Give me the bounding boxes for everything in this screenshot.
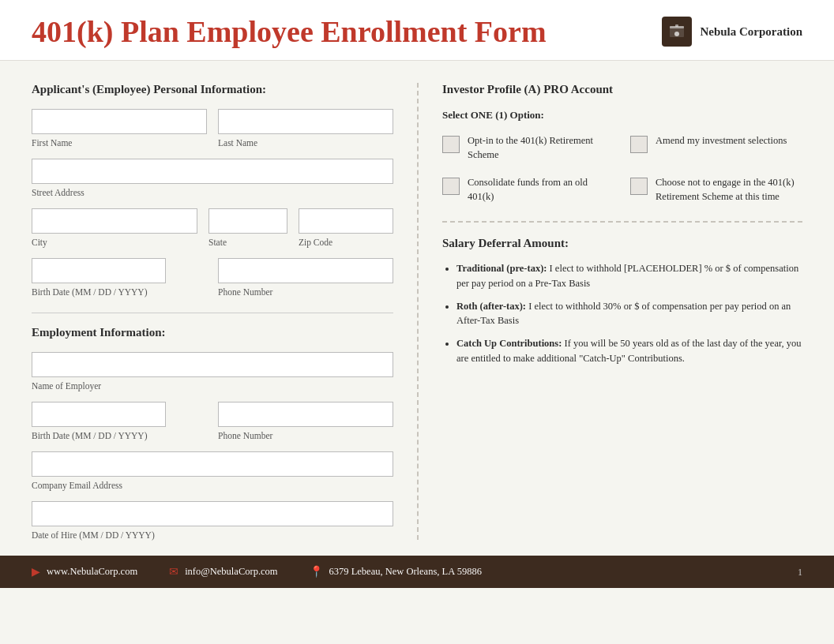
emp-birth-date-input[interactable] <box>32 402 166 427</box>
phone-label: Phone Number <box>218 287 393 297</box>
company-email-input[interactable] <box>32 451 393 477</box>
birth-phone-row: Birth Date (MM / DD / YYYY) Phone Number <box>32 258 393 297</box>
last-name-input[interactable] <box>218 109 393 134</box>
svg-rect-3 <box>675 24 678 27</box>
option-text-4: Choose not to engage in the 401(k) Retir… <box>656 176 802 204</box>
left-column: Applicant's (Employee) Personal Informat… <box>32 83 419 540</box>
main-content: Applicant's (Employee) Personal Informat… <box>0 61 834 556</box>
first-name-label: First Name <box>32 138 207 148</box>
brand-logo-icon <box>662 17 692 47</box>
state-input[interactable] <box>208 208 287 234</box>
option-text-2: Amend my investment selections <box>656 134 787 148</box>
street-address-field: Street Address <box>32 159 393 197</box>
page-title: 401(k) Plan Employee Enrollment Form <box>32 14 547 49</box>
bullet-traditional: Traditional (pre-tax): I elect to withho… <box>456 261 802 291</box>
salary-bullet-list: Traditional (pre-tax): I elect to withho… <box>442 261 802 366</box>
phone-input[interactable] <box>218 258 393 283</box>
page-footer: ▶ www.NebulaCorp.com ✉ info@NebulaCorp.c… <box>0 556 834 588</box>
page-number: 1 <box>798 567 802 578</box>
option-item-1: Opt-in to the 401(k) Retirement Scheme <box>442 134 614 162</box>
first-name-input[interactable] <box>32 109 207 134</box>
date-of-hire-input[interactable] <box>32 501 393 526</box>
page-header: 401(k) Plan Employee Enrollment Form Neb… <box>0 0 834 61</box>
option-grid: Opt-in to the 401(k) Retirement Scheme A… <box>442 134 802 204</box>
footer-email-text: info@NebulaCorp.com <box>185 566 277 578</box>
option-text-3: Consolidate funds from an old 401(k) <box>468 176 614 204</box>
mail-icon: ✉ <box>169 565 178 578</box>
city-field: City <box>32 208 197 247</box>
bullet-catchup: Catch Up Contributions: If you will be 5… <box>456 336 802 366</box>
zip-field: Zip Code <box>299 208 393 247</box>
emp-phone-field: Phone Number <box>218 402 393 440</box>
company-email-label: Company Email Address <box>32 481 393 490</box>
section-divider <box>32 313 393 313</box>
state-field: State <box>208 208 287 247</box>
svg-point-2 <box>674 32 679 36</box>
emp-birth-phone-row: Birth Date (MM / DD / YYYY) Phone Number <box>32 402 393 440</box>
brand-name: Nebula Corporation <box>700 25 802 39</box>
salary-title: Salary Deferral Amount: <box>442 237 802 250</box>
date-of-hire-field: Date of Hire (MM / DD / YYYY) <box>32 501 393 540</box>
employer-name-field: Name of Employer <box>32 352 393 391</box>
bullet-roth: Roth (after-tax): I elect to withhold 30… <box>456 299 802 329</box>
first-name-field: First Name <box>32 109 207 148</box>
investor-section-title: Investor Profile (A) PRO Account <box>442 83 802 96</box>
city-input[interactable] <box>32 208 197 234</box>
investor-section: Investor Profile (A) PRO Account Select … <box>442 83 802 204</box>
footer-address-text: 6379 Lebeau, New Orleans, LA 59886 <box>329 566 482 578</box>
emp-birth-date-label: Birth Date (MM / DD / YYYY) <box>32 431 207 440</box>
option-checkbox-2[interactable] <box>630 136 648 153</box>
zip-label: Zip Code <box>299 238 393 247</box>
option-checkbox-4[interactable] <box>630 178 648 195</box>
dotted-divider <box>442 221 802 223</box>
emp-phone-label: Phone Number <box>218 431 393 440</box>
bullet-traditional-label: Traditional (pre-tax): <box>456 263 547 274</box>
option-checkbox-1[interactable] <box>442 136 460 153</box>
footer-address: 📍 6379 Lebeau, New Orleans, LA 59886 <box>310 565 482 578</box>
employment-section-title: Employment Information: <box>32 326 393 339</box>
last-name-field: Last Name <box>218 109 393 148</box>
brand-area: Nebula Corporation <box>662 17 802 47</box>
option-text-1: Opt-in to the 401(k) Retirement Scheme <box>468 134 614 162</box>
zip-input[interactable] <box>299 208 393 234</box>
footer-website-text: www.NebulaCorp.com <box>47 566 137 578</box>
street-address-input[interactable] <box>32 159 393 184</box>
right-column: Investor Profile (A) PRO Account Select … <box>419 83 802 540</box>
employer-name-input[interactable] <box>32 352 393 377</box>
bullet-roth-label: Roth (after-tax): <box>456 301 526 312</box>
footer-email: ✉ info@NebulaCorp.com <box>169 565 277 578</box>
personal-section-title: Applicant's (Employee) Personal Informat… <box>32 83 393 96</box>
street-address-label: Street Address <box>32 188 393 197</box>
location-icon: 📍 <box>310 565 323 578</box>
cursor-icon: ▶ <box>32 565 40 578</box>
emp-phone-input[interactable] <box>218 402 393 427</box>
last-name-label: Last Name <box>218 138 393 148</box>
option-checkbox-3[interactable] <box>442 178 460 195</box>
footer-website: ▶ www.NebulaCorp.com <box>32 565 137 578</box>
bullet-catchup-label: Catch Up Contributions: <box>456 338 562 349</box>
option-item-2: Amend my investment selections <box>630 134 802 162</box>
option-item-3: Consolidate funds from an old 401(k) <box>442 176 614 204</box>
date-of-hire-label: Date of Hire (MM / DD / YYYY) <box>32 530 393 540</box>
birth-date-field: Birth Date (MM / DD / YYYY) <box>32 258 207 297</box>
phone-field: Phone Number <box>218 258 393 297</box>
city-state-zip-row: City State Zip Code <box>32 208 393 247</box>
option-item-4: Choose not to engage in the 401(k) Retir… <box>630 176 802 204</box>
salary-section: Salary Deferral Amount: Traditional (pre… <box>442 237 802 366</box>
company-email-field: Company Email Address <box>32 451 393 490</box>
state-label: State <box>208 238 287 247</box>
select-option-label: Select ONE (1) Option: <box>442 109 802 122</box>
birth-date-label: Birth Date (MM / DD / YYYY) <box>32 287 207 297</box>
city-label: City <box>32 238 197 247</box>
emp-birth-date-field: Birth Date (MM / DD / YYYY) <box>32 402 207 440</box>
employer-name-label: Name of Employer <box>32 381 393 391</box>
birth-date-input[interactable] <box>32 258 166 283</box>
name-row: First Name Last Name <box>32 109 393 148</box>
